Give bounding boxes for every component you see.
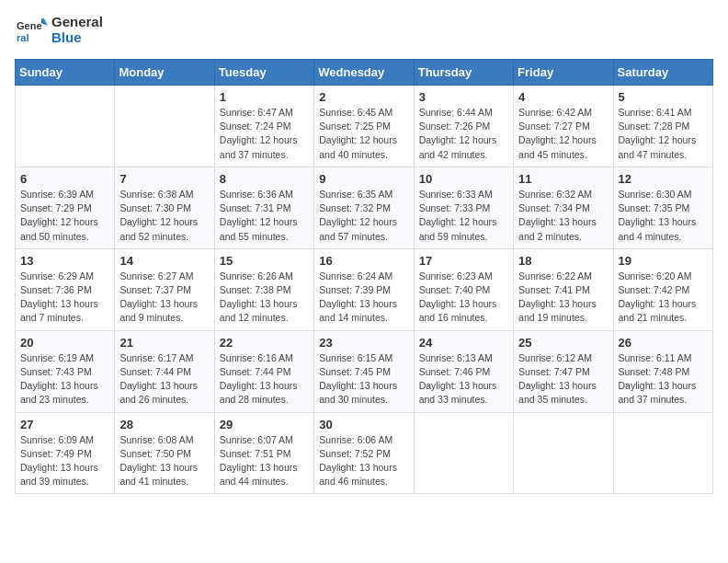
day-number: 4 — [518, 90, 608, 104]
day-detail: Sunrise: 6:29 AM Sunset: 7:36 PM Dayligh… — [20, 270, 98, 324]
day-detail: Sunrise: 6:07 AM Sunset: 7:51 PM Dayligh… — [220, 434, 298, 488]
day-number: 22 — [220, 336, 309, 350]
calendar-week-row: 1Sunrise: 6:47 AM Sunset: 7:24 PM Daylig… — [16, 86, 713, 167]
day-number: 13 — [20, 254, 109, 268]
day-number: 29 — [220, 418, 309, 431]
calendar-cell: 26Sunrise: 6:11 AM Sunset: 7:48 PM Dayli… — [613, 330, 712, 412]
day-number: 25 — [518, 336, 608, 350]
day-detail: Sunrise: 6:08 AM Sunset: 7:50 PM Dayligh… — [119, 434, 198, 488]
calendar-cell: 7Sunrise: 6:38 AM Sunset: 7:30 PM Daylig… — [115, 167, 214, 248]
day-detail: Sunrise: 6:22 AM Sunset: 7:41 PM Dayligh… — [518, 270, 597, 324]
day-detail: Sunrise: 6:06 AM Sunset: 7:52 PM Dayligh… — [319, 434, 397, 488]
day-detail: Sunrise: 6:44 AM Sunset: 7:26 PM Dayligh… — [419, 107, 497, 160]
calendar-cell: 2Sunrise: 6:45 AM Sunset: 7:25 PM Daylig… — [314, 86, 414, 167]
calendar-cell: 24Sunrise: 6:13 AM Sunset: 7:46 PM Dayli… — [414, 330, 513, 412]
weekday-header: Wednesday — [314, 60, 414, 86]
day-detail: Sunrise: 6:47 AM Sunset: 7:24 PM Dayligh… — [220, 107, 298, 160]
day-number: 23 — [319, 336, 408, 350]
calendar-cell: 6Sunrise: 6:39 AM Sunset: 7:29 PM Daylig… — [16, 167, 115, 248]
day-detail: Sunrise: 6:35 AM Sunset: 7:32 PM Dayligh… — [319, 189, 397, 242]
calendar-cell: 23Sunrise: 6:15 AM Sunset: 7:45 PM Dayli… — [314, 330, 414, 412]
day-detail: Sunrise: 6:17 AM Sunset: 7:44 PM Dayligh… — [119, 352, 198, 406]
day-detail: Sunrise: 6:13 AM Sunset: 7:46 PM Dayligh… — [419, 352, 497, 406]
day-number: 5 — [619, 90, 708, 104]
calendar-cell — [16, 86, 115, 167]
calendar-cell: 25Sunrise: 6:12 AM Sunset: 7:47 PM Dayli… — [514, 330, 613, 412]
calendar-week-row: 13Sunrise: 6:29 AM Sunset: 7:36 PM Dayli… — [16, 248, 713, 330]
weekday-header: Friday — [514, 60, 613, 86]
svg-text:ral: ral — [17, 32, 28, 43]
day-number: 28 — [119, 418, 209, 431]
day-number: 7 — [119, 172, 209, 186]
weekday-header: Saturday — [613, 60, 712, 86]
calendar-cell: 1Sunrise: 6:47 AM Sunset: 7:24 PM Daylig… — [214, 86, 313, 167]
day-detail: Sunrise: 6:11 AM Sunset: 7:48 PM Dayligh… — [619, 352, 697, 406]
logo-general-text: General — [51, 15, 103, 30]
calendar-cell: 27Sunrise: 6:09 AM Sunset: 7:49 PM Dayli… — [16, 412, 115, 494]
weekday-header: Monday — [115, 60, 214, 86]
day-number: 10 — [419, 172, 508, 186]
calendar-cell — [414, 412, 513, 494]
day-detail: Sunrise: 6:20 AM Sunset: 7:42 PM Dayligh… — [619, 270, 697, 324]
day-detail: Sunrise: 6:24 AM Sunset: 7:39 PM Dayligh… — [319, 270, 397, 324]
calendar-cell: 8Sunrise: 6:36 AM Sunset: 7:31 PM Daylig… — [214, 167, 313, 248]
calendar-cell — [115, 86, 214, 167]
calendar-header-row: SundayMondayTuesdayWednesdayThursdayFrid… — [16, 60, 713, 86]
logo-blue-label: Blue — [51, 30, 103, 46]
calendar-cell: 14Sunrise: 6:27 AM Sunset: 7:37 PM Dayli… — [115, 248, 214, 330]
day-number: 20 — [20, 336, 109, 350]
calendar-table: SundayMondayTuesdayWednesdayThursdayFrid… — [15, 59, 713, 494]
day-detail: Sunrise: 6:30 AM Sunset: 7:35 PM Dayligh… — [619, 189, 697, 242]
calendar-cell: 11Sunrise: 6:32 AM Sunset: 7:34 PM Dayli… — [514, 167, 613, 248]
calendar-cell — [514, 412, 613, 494]
day-number: 26 — [619, 336, 708, 350]
calendar-cell: 15Sunrise: 6:26 AM Sunset: 7:38 PM Dayli… — [214, 248, 313, 330]
calendar-cell: 10Sunrise: 6:33 AM Sunset: 7:33 PM Dayli… — [414, 167, 513, 248]
day-detail: Sunrise: 6:33 AM Sunset: 7:33 PM Dayligh… — [419, 189, 497, 242]
day-detail: Sunrise: 6:26 AM Sunset: 7:38 PM Dayligh… — [220, 270, 298, 324]
day-detail: Sunrise: 6:16 AM Sunset: 7:44 PM Dayligh… — [220, 352, 298, 406]
day-number: 24 — [419, 336, 508, 350]
day-number: 27 — [20, 418, 109, 431]
calendar-cell: 30Sunrise: 6:06 AM Sunset: 7:52 PM Dayli… — [314, 412, 414, 494]
day-number: 12 — [619, 172, 708, 186]
calendar-cell: 13Sunrise: 6:29 AM Sunset: 7:36 PM Dayli… — [16, 248, 115, 330]
day-detail: Sunrise: 6:45 AM Sunset: 7:25 PM Dayligh… — [319, 107, 397, 160]
calendar-cell: 20Sunrise: 6:19 AM Sunset: 7:43 PM Dayli… — [16, 330, 115, 412]
calendar-cell: 4Sunrise: 6:42 AM Sunset: 7:27 PM Daylig… — [514, 86, 613, 167]
day-detail: Sunrise: 6:19 AM Sunset: 7:43 PM Dayligh… — [20, 352, 98, 406]
weekday-header: Sunday — [16, 60, 115, 86]
day-detail: Sunrise: 6:23 AM Sunset: 7:40 PM Dayligh… — [419, 270, 497, 324]
day-number: 15 — [220, 254, 309, 268]
calendar-body: 1Sunrise: 6:47 AM Sunset: 7:24 PM Daylig… — [16, 86, 713, 494]
calendar-cell: 18Sunrise: 6:22 AM Sunset: 7:41 PM Dayli… — [514, 248, 613, 330]
day-detail: Sunrise: 6:32 AM Sunset: 7:34 PM Dayligh… — [518, 189, 597, 242]
calendar-cell: 19Sunrise: 6:20 AM Sunset: 7:42 PM Dayli… — [613, 248, 712, 330]
day-detail: Sunrise: 6:41 AM Sunset: 7:28 PM Dayligh… — [619, 107, 697, 160]
calendar-cell: 12Sunrise: 6:30 AM Sunset: 7:35 PM Dayli… — [613, 167, 712, 248]
day-number: 17 — [419, 254, 508, 268]
calendar-cell: 22Sunrise: 6:16 AM Sunset: 7:44 PM Dayli… — [214, 330, 313, 412]
calendar-cell — [613, 412, 712, 494]
calendar-week-row: 20Sunrise: 6:19 AM Sunset: 7:43 PM Dayli… — [16, 330, 713, 412]
day-number: 14 — [119, 254, 209, 268]
day-detail: Sunrise: 6:09 AM Sunset: 7:49 PM Dayligh… — [20, 434, 98, 488]
logo: Gene ral General Blue — [15, 15, 103, 48]
weekday-header: Tuesday — [214, 60, 313, 86]
calendar-cell: 28Sunrise: 6:08 AM Sunset: 7:50 PM Dayli… — [115, 412, 214, 494]
day-number: 19 — [619, 254, 708, 268]
calendar-week-row: 6Sunrise: 6:39 AM Sunset: 7:29 PM Daylig… — [16, 167, 713, 248]
day-number: 16 — [319, 254, 408, 268]
day-number: 6 — [20, 172, 109, 186]
day-number: 11 — [518, 172, 608, 186]
calendar-cell: 5Sunrise: 6:41 AM Sunset: 7:28 PM Daylig… — [613, 86, 712, 167]
day-number: 1 — [220, 90, 309, 104]
weekday-header: Thursday — [414, 60, 513, 86]
day-number: 2 — [319, 90, 408, 104]
day-detail: Sunrise: 6:12 AM Sunset: 7:47 PM Dayligh… — [518, 352, 597, 406]
day-number: 3 — [419, 90, 508, 104]
day-number: 8 — [220, 172, 309, 186]
logo-bird-icon: Gene ral — [15, 15, 48, 48]
svg-text:Gene: Gene — [17, 20, 42, 31]
calendar-cell: 16Sunrise: 6:24 AM Sunset: 7:39 PM Dayli… — [314, 248, 414, 330]
